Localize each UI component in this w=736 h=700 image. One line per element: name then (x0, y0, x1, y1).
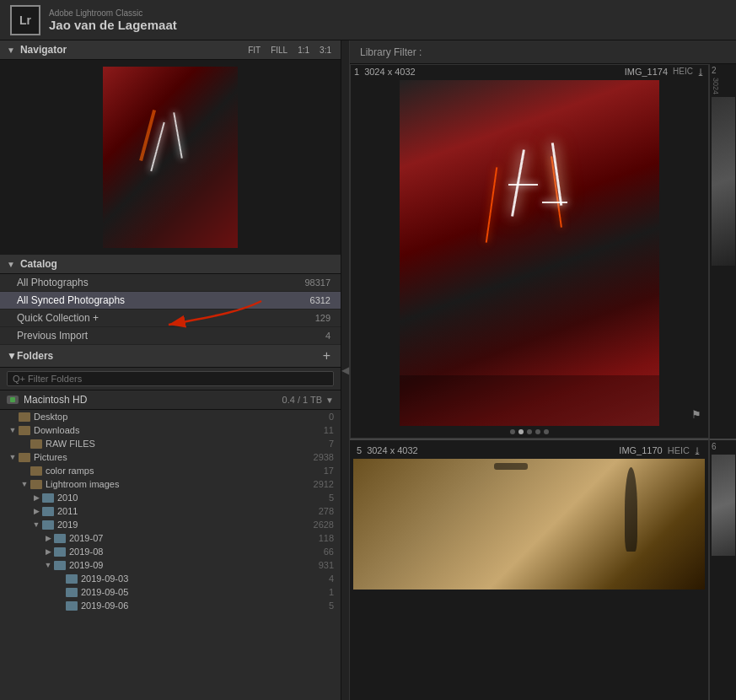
folder-name-9: 2019-07 (69, 533, 319, 543)
catalog-row-all-photos[interactable]: All Photographs 98317 (0, 274, 341, 292)
folder-icon-2 (30, 439, 42, 449)
photo-cell-2[interactable]: 2 3024 (709, 64, 736, 439)
photo-2-dims: 3024 (710, 77, 722, 95)
folder-tree: Desktop 0 ▼ Downloads 11 RAW FILES 7 ▼ P… (0, 410, 341, 612)
top-thumbnail-row: 1 3024 x 4032 IMG_1174 HEIC ⤓ (350, 64, 736, 439)
folder-toggle-5: ▼ (19, 480, 30, 488)
photo-5-filename: IMG_1170 (619, 445, 662, 457)
folder-name-5: Lightroom images (46, 479, 314, 489)
folder-toggle-10: ▶ (42, 547, 54, 556)
folder-item-9[interactable]: ▶ 2019-07 118 (0, 531, 341, 545)
folder-count-11: 931 (319, 560, 341, 570)
navigator-header[interactable]: ▼ Navigator FIT FILL 1:1 3:1 (0, 40, 341, 60)
folder-icon-3 (19, 453, 30, 462)
catalog-label-prev-import: Previous Import (17, 330, 325, 342)
folder-icon-13 (66, 588, 78, 597)
folder-item-13[interactable]: 2019-09-05 1 (0, 585, 341, 599)
folder-count-2: 7 (329, 439, 341, 449)
catalog-header[interactable]: ▼ Catalog (0, 255, 341, 274)
titlebar: Lr Adobe Lightroom Classic Jao van de La… (0, 0, 736, 40)
dot-5 (544, 429, 549, 434)
drive-indicator (10, 397, 15, 402)
nav-img-inner (103, 67, 238, 248)
folder-item-3[interactable]: ▼ Pictures 2938 (0, 450, 341, 464)
view-1-1[interactable]: 1:1 (295, 45, 312, 56)
folder-count-6: 5 (329, 493, 341, 503)
folder-item-8[interactable]: ▼ 2019 2628 (0, 518, 341, 531)
catalog-row-quick[interactable]: Quick Collection + 129 (0, 310, 341, 327)
folder-name-10: 2019-08 (69, 547, 324, 557)
left-panel: ▼ Navigator FIT FILL 1:1 3:1 ▼ Catalog (0, 40, 341, 700)
folder-count-13: 1 (329, 587, 341, 597)
folder-item-14[interactable]: 2019-09-06 5 (0, 599, 341, 612)
folder-icon-4 (30, 466, 42, 476)
folder-item-0[interactable]: Desktop 0 (0, 410, 341, 423)
photo-cell-6[interactable]: 6 (709, 439, 736, 700)
folder-icon-8 (42, 520, 54, 530)
folder-toggle-8: ▼ (30, 520, 42, 529)
navigator-image (103, 67, 238, 248)
catalog-count-quick: 129 (315, 313, 330, 323)
drive-expand-icon: ▼ (325, 396, 334, 405)
folder-item-10[interactable]: ▶ 2019-08 66 (0, 545, 341, 558)
view-3-1[interactable]: 3:1 (317, 45, 334, 56)
catalog-count-synced: 6312 (310, 295, 330, 305)
folder-item-6[interactable]: ▶ 2010 5 (0, 491, 341, 504)
catalog-label-synced: All Synced Photographs (17, 294, 310, 306)
app-name: Adobe Lightroom Classic (49, 8, 177, 18)
dot-2 (518, 429, 524, 434)
folder-name-0: Desktop (34, 412, 329, 422)
bottom-thumbnail-row: 5 3024 x 4032 IMG_1170 HEIC ⤓ (350, 439, 736, 700)
drive-row[interactable]: Macintosh HD 0.4 / 1 TB ▼ (0, 390, 341, 410)
folder-item-11[interactable]: ▼ 2019-09 931 (0, 558, 341, 572)
folder-item-2[interactable]: RAW FILES 7 (0, 437, 341, 450)
folder-toggle-11: ▼ (42, 561, 54, 569)
collapse-handle[interactable]: ◀ (341, 40, 350, 700)
catalog-row-synced[interactable]: All Synced Photographs 6312 (0, 292, 341, 310)
photo-cell-5[interactable]: 5 3024 x 4032 IMG_1170 HEIC ⤓ (350, 439, 709, 700)
folder-count-5: 2912 (314, 479, 341, 489)
photo-cell-1[interactable]: 1 3024 x 4032 IMG_1174 HEIC ⤓ (350, 64, 709, 439)
folder-count-10: 66 (324, 547, 341, 557)
photo-1-image (400, 80, 659, 426)
folder-toggle-1: ▼ (7, 426, 19, 434)
grid-area: 1 3024 x 4032 IMG_1174 HEIC ⤓ (350, 64, 736, 700)
folder-toggle-9: ▶ (42, 534, 54, 542)
photo-1-save-icon: ⤓ (696, 67, 705, 78)
folder-item-12[interactable]: 2019-09-03 4 (0, 572, 341, 585)
catalog-row-prev-import[interactable]: Previous Import 4 (0, 327, 341, 345)
filter-bar (0, 368, 341, 390)
folder-item-5[interactable]: ▼ Lightroom images 2912 (0, 477, 341, 491)
folder-toggle-6: ▶ (30, 493, 42, 502)
filter-folders-input[interactable] (7, 371, 334, 386)
photo-1-dimensions: 3024 x 4032 (359, 67, 625, 78)
navigator-view-options: FIT FILL 1:1 3:1 (245, 45, 334, 56)
catalog-section: ▼ Catalog All Photographs 98317 All Sync… (0, 255, 341, 345)
library-filter-bar: Library Filter : (350, 40, 736, 64)
folder-name-3: Pictures (34, 452, 314, 462)
view-fit[interactable]: FIT (245, 45, 263, 56)
catalog-count-all-photos: 98317 (304, 277, 330, 288)
photo-2-thumb (712, 97, 735, 266)
folders-section: ▼ Folders + Macintosh HD 0.4 / 1 TB ▼ (0, 345, 341, 612)
folder-count-0: 0 (329, 412, 341, 422)
view-fill[interactable]: FILL (268, 45, 290, 56)
folder-name-13: 2019-09-05 (81, 587, 329, 597)
folder-item-4[interactable]: color ramps 17 (0, 464, 341, 477)
folder-count-3: 2938 (314, 452, 341, 462)
drive-icon (7, 396, 19, 404)
folders-header[interactable]: ▼ Folders + (0, 345, 341, 368)
folder-item-1[interactable]: ▼ Downloads 11 (0, 423, 341, 437)
add-folder-button[interactable]: + (320, 348, 334, 363)
photo-5-dimensions: 3024 x 4032 (362, 445, 619, 457)
folder-count-12: 4 (329, 573, 341, 584)
catalog-collapse-icon: ▼ (7, 260, 15, 269)
library-filter-label: Library Filter : (360, 46, 422, 58)
folder-item-7[interactable]: ▶ 2011 278 (0, 504, 341, 518)
folders-title: Folders (17, 350, 320, 362)
main-layout: ▼ Navigator FIT FILL 1:1 3:1 ▼ Catalog (0, 40, 736, 700)
folder-name-12: 2019-09-03 (81, 573, 329, 584)
folder-icon-0 (19, 412, 30, 422)
neon-left (486, 167, 498, 242)
neon-h2 (542, 202, 567, 203)
